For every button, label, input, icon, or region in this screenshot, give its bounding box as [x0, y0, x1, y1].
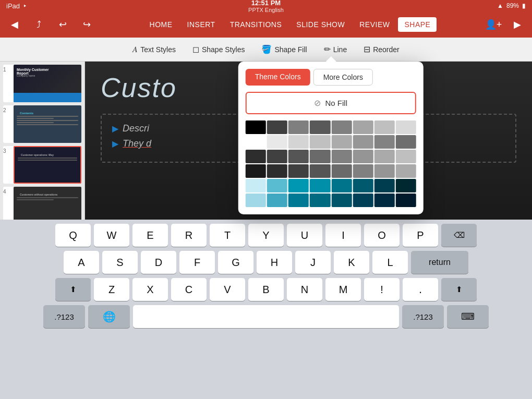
- key-l[interactable]: L: [372, 251, 408, 274]
- back-button[interactable]: ◀: [5, 15, 24, 34]
- key-i[interactable]: I: [325, 224, 361, 247]
- key-k[interactable]: K: [334, 251, 369, 274]
- slide-thumb-3[interactable]: 3 Customer operations: May: [3, 146, 81, 184]
- key-o[interactable]: O: [364, 224, 400, 247]
- key-u[interactable]: U: [287, 224, 322, 247]
- color-swatch-0-5[interactable]: [353, 120, 373, 134]
- color-swatch-2-3[interactable]: [310, 150, 330, 163]
- color-swatch-3-5[interactable]: [353, 164, 373, 178]
- color-swatch-0-2[interactable]: [288, 120, 309, 134]
- toolbar-shape-fill[interactable]: 🪣 Shape Fill: [254, 41, 314, 57]
- color-swatch-2-6[interactable]: [374, 150, 395, 163]
- color-swatch-1-4[interactable]: [331, 135, 352, 149]
- key-v[interactable]: V: [210, 278, 245, 301]
- key-a[interactable]: A: [64, 251, 99, 274]
- color-swatch-2-2[interactable]: [288, 150, 309, 163]
- menu-home[interactable]: HOME: [143, 17, 179, 32]
- color-swatch-3-3[interactable]: [310, 164, 330, 178]
- key-dot[interactable]: .: [403, 278, 438, 301]
- redo-button[interactable]: ↪: [77, 15, 96, 34]
- key-numbers-left[interactable]: .?123: [43, 305, 85, 328]
- color-swatch-1-5[interactable]: [353, 135, 373, 149]
- color-swatch-1-3[interactable]: [310, 135, 330, 149]
- menu-transitions[interactable]: TRANSITIONS: [224, 17, 288, 32]
- menu-shape[interactable]: SHAPE: [398, 17, 437, 32]
- toolbar-line[interactable]: ✏ Line: [317, 41, 354, 57]
- key-space[interactable]: [133, 305, 399, 328]
- color-swatch-5-1[interactable]: [267, 194, 287, 207]
- slide-thumb-4[interactable]: 4 Customers without operations: [3, 187, 81, 220]
- key-q[interactable]: Q: [55, 224, 91, 247]
- key-shift-left[interactable]: ⬆: [55, 278, 91, 301]
- color-swatch-3-2[interactable]: [288, 164, 309, 178]
- color-swatch-5-7[interactable]: [396, 194, 416, 207]
- color-swatch-2-0[interactable]: [246, 150, 266, 163]
- color-swatch-4-2[interactable]: [288, 179, 309, 192]
- key-return[interactable]: return: [411, 251, 468, 274]
- key-shift-right[interactable]: ⬆: [441, 278, 477, 301]
- key-f[interactable]: F: [179, 251, 215, 274]
- color-swatch-1-1[interactable]: [267, 135, 287, 149]
- more-colors-tab[interactable]: More Colors: [313, 69, 373, 86]
- color-swatch-0-6[interactable]: [374, 120, 395, 134]
- color-swatch-4-0[interactable]: [246, 179, 266, 192]
- key-g[interactable]: G: [218, 251, 253, 274]
- key-p[interactable]: P: [403, 224, 438, 247]
- color-swatch-2-5[interactable]: [353, 150, 373, 163]
- key-h[interactable]: H: [257, 251, 292, 274]
- key-globe[interactable]: 🌐: [88, 305, 130, 328]
- key-s[interactable]: S: [102, 251, 138, 274]
- color-swatch-1-2[interactable]: [288, 135, 309, 149]
- key-z[interactable]: Z: [94, 278, 129, 301]
- color-swatch-5-5[interactable]: [353, 194, 373, 207]
- color-swatch-5-0[interactable]: [246, 194, 266, 207]
- color-swatch-3-6[interactable]: [374, 164, 395, 178]
- add-person-button[interactable]: 👤+: [484, 15, 503, 34]
- color-swatch-5-6[interactable]: [374, 194, 395, 207]
- color-swatch-4-4[interactable]: [331, 179, 352, 192]
- key-j[interactable]: J: [295, 251, 331, 274]
- color-swatch-1-6[interactable]: [374, 135, 395, 149]
- key-x[interactable]: X: [132, 278, 168, 301]
- key-e[interactable]: E: [132, 224, 168, 247]
- color-swatch-0-3[interactable]: [310, 120, 330, 134]
- present-button[interactable]: ▶: [508, 15, 527, 34]
- color-swatch-1-0[interactable]: [246, 135, 266, 149]
- no-fill-button[interactable]: ⊘ No Fill: [246, 92, 416, 114]
- color-swatch-0-4[interactable]: [331, 120, 352, 134]
- key-r[interactable]: R: [171, 224, 207, 247]
- color-swatch-5-4[interactable]: [331, 194, 352, 207]
- color-swatch-2-4[interactable]: [331, 150, 352, 163]
- color-swatch-3-7[interactable]: [396, 164, 416, 178]
- color-swatch-4-1[interactable]: [267, 179, 287, 192]
- undo-button[interactable]: ↩: [53, 15, 72, 34]
- slide-thumb-2[interactable]: 2 Contents: [3, 105, 81, 143]
- color-swatch-4-3[interactable]: [310, 179, 330, 192]
- menu-review[interactable]: REVIEW: [353, 17, 396, 32]
- color-swatch-4-6[interactable]: [374, 179, 395, 192]
- color-swatch-1-7[interactable]: [396, 135, 416, 149]
- color-swatch-4-7[interactable]: [396, 179, 416, 192]
- menu-insert[interactable]: INSERT: [181, 17, 222, 32]
- key-d[interactable]: D: [141, 251, 176, 274]
- key-backspace[interactable]: ⌫: [441, 224, 477, 247]
- color-swatch-5-3[interactable]: [310, 194, 330, 207]
- key-numbers-right[interactable]: .?123: [402, 305, 444, 328]
- color-swatch-2-7[interactable]: [396, 150, 416, 163]
- key-b[interactable]: B: [248, 278, 284, 301]
- toolbar-reorder[interactable]: ⊟ Reorder: [356, 41, 407, 57]
- color-swatch-3-1[interactable]: [267, 164, 287, 178]
- share-button[interactable]: ⤴: [29, 15, 48, 34]
- color-swatch-5-2[interactable]: [288, 194, 309, 207]
- theme-colors-tab[interactable]: Theme Colors: [246, 69, 310, 86]
- color-swatch-4-5[interactable]: [353, 179, 373, 192]
- color-swatch-0-0[interactable]: [246, 120, 266, 134]
- color-swatch-3-4[interactable]: [331, 164, 352, 178]
- key-y[interactable]: Y: [248, 224, 284, 247]
- color-swatch-3-0[interactable]: [246, 164, 266, 178]
- slide-thumb-1[interactable]: 1 Monthly CustomerReport Company name: [3, 65, 81, 102]
- key-c[interactable]: C: [171, 278, 207, 301]
- key-exclaim[interactable]: !: [364, 278, 400, 301]
- key-w[interactable]: W: [94, 224, 129, 247]
- key-m[interactable]: M: [325, 278, 361, 301]
